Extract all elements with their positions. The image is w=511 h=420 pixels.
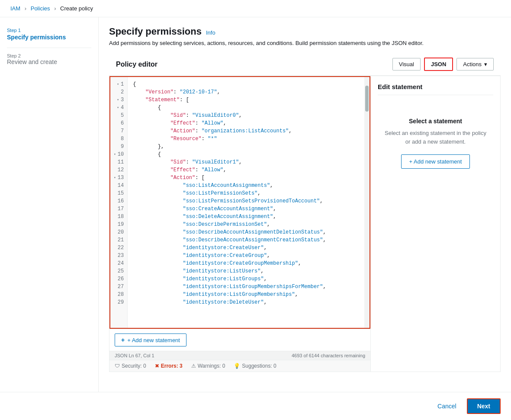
ln-5: 5 [110,112,127,119]
sidebar-step2: Step 2 Review and create [7,53,91,65]
toolbar-buttons: Visual JSON Actions ▾ [392,58,494,71]
step1-title: Specify permissions [7,34,91,41]
suggestions-label: Suggestions: 0 [242,363,276,369]
warnings-item: ⚠ Warnings: 0 [191,363,225,369]
chars-remaining: 4693 of 6144 characters remaining [292,353,365,358]
ln-2: 2 [110,88,127,96]
error-icon: ✖ [155,363,159,369]
editor-title: Policy editor [116,61,157,68]
ln-9: 9 [110,143,127,151]
add-new-statement-button[interactable]: + Add new statement [401,154,470,169]
ln-12: 12 [110,166,127,174]
editor-container: ▾1 2 ▾3 ▾4 5 6 7 8 9 ▾10 11 [109,76,501,372]
ln-15: 15 [110,189,127,197]
ln-14: 14 [110,182,127,189]
ln-21: 21 [110,236,127,244]
step2-title: Review and create [7,58,91,65]
suggestions-item: 💡 Suggestions: 0 [234,363,276,369]
ln-28: 28 [110,291,127,298]
ln-22: 22 [110,244,127,252]
next-button[interactable]: Next [467,398,501,414]
editor-toolbar: Policy editor Visual JSON Actions ▾ [109,53,501,76]
code-editor-wrapper: ▾1 2 ▾3 ▾4 5 6 7 8 9 ▾10 11 [109,76,370,329]
select-statement-title: Select a statement [382,118,489,125]
warnings-label: Warnings: 0 [198,363,225,369]
ln-27: 27 [110,283,127,291]
ln-4: ▾4 [110,104,127,112]
security-label: Security: 0 [122,363,146,369]
ln-8: 8 [110,135,127,143]
code-editor[interactable]: ▾1 2 ▾3 ▾4 5 6 7 8 9 ▾10 11 [110,77,370,328]
ln-6: 6 [110,119,127,127]
code-content[interactable]: { "Version": "2012-10-17", "Statement": … [128,77,364,328]
actions-chevron-icon: ▾ [484,61,487,67]
ln-19: 19 [110,221,127,228]
page-title: Specify permissions [109,26,202,37]
add-statement-bottom-button[interactable]: + + Add new statement [115,333,186,346]
line-numbers: ▾1 2 ▾3 ▾4 5 6 7 8 9 ▾10 11 [110,77,128,328]
ln-29: 29 [110,298,127,306]
security-item: 🛡 Security: 0 [115,363,146,369]
visual-tab-button[interactable]: Visual [392,58,421,71]
ln-16: 16 [110,197,127,205]
suggestions-icon: 💡 [234,363,240,369]
breadcrumb-sep1: › [25,5,26,12]
add-statement-bottom-label: + Add new statement [127,337,180,343]
actions-label: Actions [463,61,482,67]
ln-20: 20 [110,228,127,236]
ln-17: 17 [110,205,127,213]
breadcrumb: IAM › Policies › Create policy [0,0,511,17]
page-description: Add permissions by selecting services, a… [109,40,501,46]
step-divider [7,48,91,48]
ln-18: 18 [110,213,127,221]
editor-scrollbar[interactable] [364,77,370,328]
ln-23: 23 [110,252,127,260]
edit-statement-panel: Edit statement Select a statement Select… [370,76,500,372]
shield-icon: 🛡 [115,363,120,369]
ln-3: ▾3 [110,96,127,104]
errors-label: Errors: 3 [161,363,183,369]
scrollbar-thumb[interactable] [365,86,369,112]
info-link[interactable]: Info [206,29,215,36]
breadcrumb-current: Create policy [60,5,93,12]
edit-statement-title: Edit statement [378,83,493,95]
select-statement-desc: Select an existing statement in the poli… [382,129,489,146]
ln-26: 26 [110,275,127,283]
editor-left: ▾1 2 ▾3 ▾4 5 6 7 8 9 ▾10 11 [109,76,370,372]
warning-icon: ⚠ [191,363,196,369]
ln-24: 24 [110,260,127,267]
editor-footer: + + Add new statement [109,329,370,351]
step1-label: Step 1 [7,28,91,33]
footer-bar: Cancel Next [0,392,511,420]
cursor-position: JSON Ln 67, Col 1 [115,353,154,358]
ln-25: 25 [110,267,127,275]
actions-button[interactable]: Actions ▾ [456,58,494,71]
content-panel: Specify permissions Info Add permissions… [99,17,511,392]
step2-label: Step 2 [7,53,91,58]
plus-icon: + [121,337,125,343]
breadcrumb-iam[interactable]: IAM [10,5,20,12]
ln-13: ▾13 [110,174,127,182]
ln-1: ▾1 [110,80,127,88]
breadcrumb-policies[interactable]: Policies [31,5,50,12]
status-bar: JSON Ln 67, Col 1 4693 of 6144 character… [109,351,370,360]
page-title-row: Specify permissions Info [109,26,501,37]
ln-11: 11 [110,158,127,166]
errors-item: ✖ Errors: 3 [155,363,183,369]
sidebar: Step 1 Specify permissions Step 2 Review… [0,17,99,392]
sidebar-step1: Step 1 Specify permissions [7,28,91,41]
json-tab-button[interactable]: JSON [424,58,453,71]
select-statement-section: Select a statement Select an existing st… [378,100,493,186]
ln-10: ▾10 [110,151,127,158]
ln-7: 7 [110,127,127,135]
validation-bar: 🛡 Security: 0 ✖ Errors: 3 ⚠ Warnings: 0 [109,360,370,372]
breadcrumb-sep2: › [54,5,56,12]
cancel-button[interactable]: Cancel [432,399,462,413]
